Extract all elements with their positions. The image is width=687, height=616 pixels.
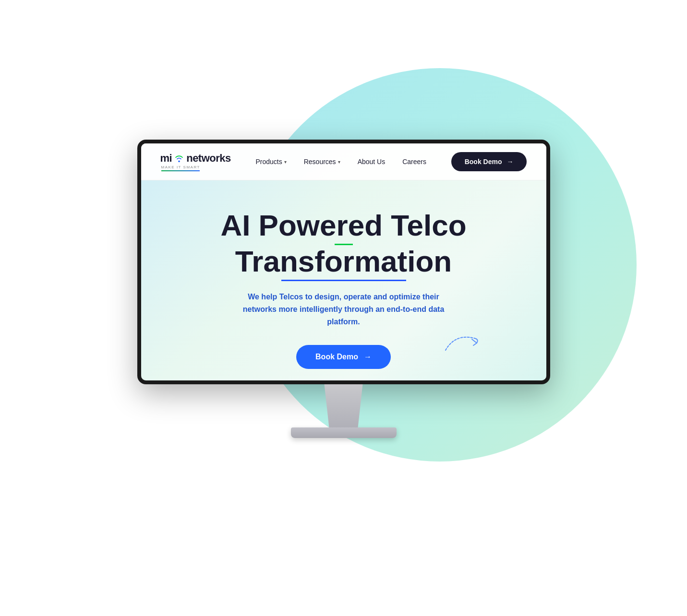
- navbar-book-demo-label: Book Demo: [465, 158, 502, 166]
- monitor-stand: [291, 384, 397, 438]
- nav-careers-label: Careers: [402, 158, 426, 166]
- wifi-icon: [174, 154, 184, 162]
- arrow-right-icon: →: [506, 158, 513, 166]
- hero-title-line1: AI Powered Telco: [180, 209, 508, 245]
- nav-about[interactable]: About Us: [358, 158, 386, 166]
- stand-base: [291, 427, 397, 438]
- logo-mi: mi: [160, 152, 172, 165]
- logo-tagline: MAKE IT SMART: [161, 165, 200, 169]
- navbar-book-demo-button[interactable]: Book Demo →: [451, 152, 527, 171]
- logo-text: mi networks: [160, 152, 231, 165]
- chevron-down-icon: ▾: [284, 159, 287, 165]
- hero-title-line2: Transformation: [180, 245, 508, 281]
- navbar: mi networks MAKE IT SMART: [141, 143, 546, 180]
- monitor-screen: mi networks MAKE IT SMART: [137, 140, 550, 384]
- hero-subtitle: We help Telcos to design, operate and op…: [243, 291, 445, 328]
- hero-title: AI Powered Telco Transformation: [180, 209, 508, 281]
- monitor-wrapper: mi networks MAKE IT SMART: [137, 140, 550, 438]
- nav-products-label: Products: [255, 158, 282, 166]
- decorative-arrow: [441, 324, 484, 359]
- nav-resources[interactable]: Resources ▾: [304, 158, 340, 166]
- logo-area: mi networks MAKE IT SMART: [160, 152, 231, 171]
- nav-products[interactable]: Products ▾: [255, 158, 286, 166]
- hero-book-demo-button[interactable]: Book Demo →: [296, 345, 391, 369]
- chevron-down-icon: ▾: [338, 159, 340, 165]
- nav-careers[interactable]: Careers: [402, 158, 426, 166]
- scene: mi networks MAKE IT SMART: [80, 44, 608, 572]
- hero-section: AI Powered Telco Transformation We help …: [141, 180, 546, 384]
- nav-about-label: About Us: [358, 158, 386, 166]
- nav-resources-label: Resources: [304, 158, 336, 166]
- logo-networks: networks: [186, 152, 231, 165]
- stand-neck: [296, 384, 392, 427]
- arrow-right-icon: →: [364, 353, 372, 361]
- blue-underline: [281, 280, 406, 281]
- hero-book-demo-label: Book Demo: [315, 353, 358, 361]
- nav-links: Products ▾ Resources ▾ About Us Careers: [255, 158, 426, 166]
- logo-underline: [161, 170, 200, 171]
